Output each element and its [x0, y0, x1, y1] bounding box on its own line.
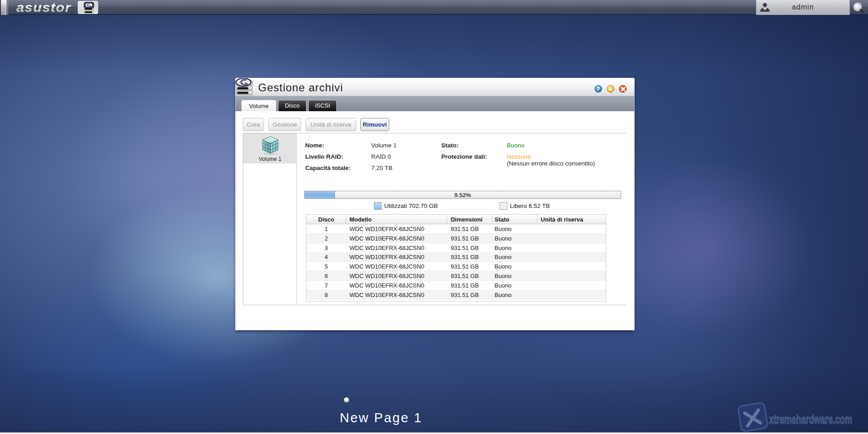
svg-text:xtremehardware.com: xtremehardware.com [769, 413, 852, 426]
